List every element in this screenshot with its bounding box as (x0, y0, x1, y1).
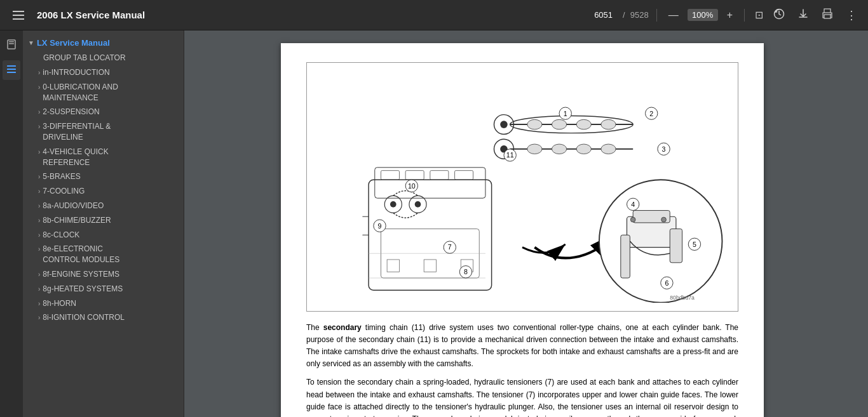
more-options-button[interactable]: ⋮ (843, 6, 860, 25)
hamburger-icon (10, 8, 27, 22)
sidebar-item-in-introduction[interactable]: › in-INTRODUCTION (23, 65, 184, 80)
svg-point-47 (576, 144, 591, 154)
sidebar-item-group-tab[interactable]: GROUP TAB LOCATOR (23, 51, 184, 65)
zoom-input[interactable] (688, 9, 718, 21)
0-lub-label: 0-LUBRICATION ANDMAINTENANCE (43, 82, 179, 103)
download-icon (797, 8, 809, 20)
root-arrow: ▼ (28, 39, 34, 48)
body-text-1: The secondary timing chain (11) drive sy… (306, 322, 738, 371)
svg-point-42 (576, 119, 591, 129)
toolbar-center: / 9528 — + ⊡ (589, 6, 787, 25)
svg-point-23 (415, 201, 421, 208)
arrow-8e: › (38, 245, 40, 254)
8g-label: 8g-HEATED SYSTEMS (43, 284, 179, 295)
svg-point-46 (552, 144, 566, 154)
download-button[interactable] (795, 6, 811, 25)
svg-point-69 (661, 217, 667, 222)
sidebar: ▼ LX Service Manual GROUP TAB LOCATOR › … (0, 30, 184, 417)
sidebar-item-8a-audio[interactable]: › 8a-AUDIO/VIDEO (23, 199, 184, 213)
sidebar-item-8g-heated[interactable]: › 8g-HEATED SYSTEMS (23, 282, 184, 296)
diagram-container: 9 7 8 10 (306, 62, 738, 312)
3-diff-label: 3-DIFFERENTIAL &DRIVELINE (43, 121, 179, 143)
print-button[interactable] (819, 6, 836, 25)
page-separator: / (623, 10, 625, 20)
sidebar-item-3-differential[interactable]: › 3-DIFFERENTIAL &DRIVELINE (23, 119, 184, 145)
8e-label: 8e-ELECTRONICCONTROL MODULES (43, 244, 179, 265)
svg-rect-3 (824, 15, 831, 18)
arrow-8c: › (38, 231, 40, 240)
svg-point-40 (527, 119, 542, 129)
body-text-2: To tension the secondary chain a spring-… (306, 376, 738, 417)
svg-point-50 (500, 121, 508, 128)
bookmark-icon-button[interactable] (3, 36, 20, 55)
svg-point-4 (831, 13, 832, 15)
sidebar-item-8h-horn[interactable]: › 8h-HORN (23, 296, 184, 311)
4-veh-label: 4-VEHICLE QUICKREFERENCE (43, 147, 179, 168)
svg-rect-7 (9, 43, 14, 44)
pdf-viewport[interactable]: 9 7 8 10 (184, 30, 860, 417)
history-icon (773, 8, 785, 20)
page-total: 9528 (630, 10, 649, 20)
svg-text:8: 8 (464, 268, 468, 275)
sidebar-item-8f-engine[interactable]: › 8f-ENGINE SYSTEMS (23, 267, 184, 282)
sidebar-item-5-brakes[interactable]: › 5-BRAKES (23, 169, 184, 184)
svg-text:7: 7 (448, 243, 452, 251)
svg-text:1: 1 (564, 110, 567, 117)
in-intro-label: in-INTRODUCTION (43, 67, 179, 78)
arrow-0-lub: › (38, 83, 40, 92)
sidebar-icon-strip (0, 30, 23, 417)
svg-point-45 (527, 144, 542, 154)
svg-text:80bdbd7a: 80bdbd7a (670, 295, 695, 301)
svg-rect-8 (7, 65, 16, 67)
toolbar-left: 2006 LX Service Manual (8, 6, 581, 25)
arrow-7-cool: › (38, 187, 40, 196)
arrow-2-sus: › (38, 108, 40, 117)
svg-text:9: 9 (378, 222, 382, 230)
sidebar-item-2-suspension[interactable]: › 2-SUSPENSION (23, 105, 184, 119)
svg-point-41 (552, 119, 566, 129)
history-button[interactable] (771, 6, 787, 25)
svg-text:11: 11 (506, 151, 514, 159)
arrow-in-intro: › (38, 69, 40, 77)
right-scrollbar-area (860, 30, 868, 417)
svg-point-22 (390, 201, 397, 208)
arrow-8h: › (38, 300, 40, 308)
bookmark-icon (6, 39, 17, 50)
divider-2 (744, 9, 745, 22)
toolbar: 2006 LX Service Manual / 9528 — + ⊡ (0, 0, 868, 30)
toc-icon-button[interactable] (3, 60, 20, 80)
svg-rect-9 (7, 69, 16, 70)
8c-label: 8c-CLOCK (43, 230, 179, 241)
sidebar-root-item[interactable]: ▼ LX Service Manual (23, 36, 184, 51)
arrow-8b: › (38, 216, 40, 225)
sidebar-item-8e-electronic[interactable]: › 8e-ELECTRONICCONTROL MODULES (23, 242, 184, 267)
sidebar-item-8i-ignition[interactable]: › 8i-IGNITION CONTROL (23, 310, 184, 325)
sidebar-item-0-lubrication[interactable]: › 0-LUBRICATION ANDMAINTENANCE (23, 80, 184, 105)
menu-button[interactable] (8, 6, 29, 25)
arrow-8a: › (38, 202, 40, 211)
sidebar-item-8c-clock[interactable]: › 8c-CLOCK (23, 228, 184, 242)
zoom-out-button[interactable]: — (665, 9, 682, 22)
fit-page-button[interactable]: ⊡ (752, 6, 766, 23)
svg-text:5: 5 (693, 241, 696, 248)
arrow-4-veh: › (38, 148, 40, 157)
svg-rect-66 (621, 235, 630, 278)
arrow-3-diff: › (38, 122, 40, 131)
sidebar-panel: ▼ LX Service Manual GROUP TAB LOCATOR › … (23, 30, 184, 417)
sidebar-item-7-cooling[interactable]: › 7-COOLING (23, 184, 184, 199)
toc-icon (6, 64, 17, 74)
svg-text:6: 6 (665, 279, 668, 287)
sidebar-item-4-vehicle[interactable]: › 4-VEHICLE QUICKREFERENCE (23, 145, 184, 170)
svg-rect-67 (670, 229, 682, 263)
page-number-input[interactable] (589, 10, 618, 20)
arrow-8i: › (38, 314, 40, 322)
8a-label: 8a-AUDIO/VIDEO (43, 201, 179, 211)
svg-text:10: 10 (408, 182, 416, 190)
8h-label: 8h-HORN (43, 298, 179, 309)
zoom-in-button[interactable]: + (723, 9, 736, 22)
arrow-8f: › (38, 270, 40, 279)
7-cool-label: 7-COOLING (43, 186, 179, 197)
toolbar-right: ⋮ (795, 6, 860, 25)
sidebar-item-8b-chime[interactable]: › 8b-CHIME/BUZZER (23, 213, 184, 228)
svg-rect-10 (7, 72, 16, 73)
